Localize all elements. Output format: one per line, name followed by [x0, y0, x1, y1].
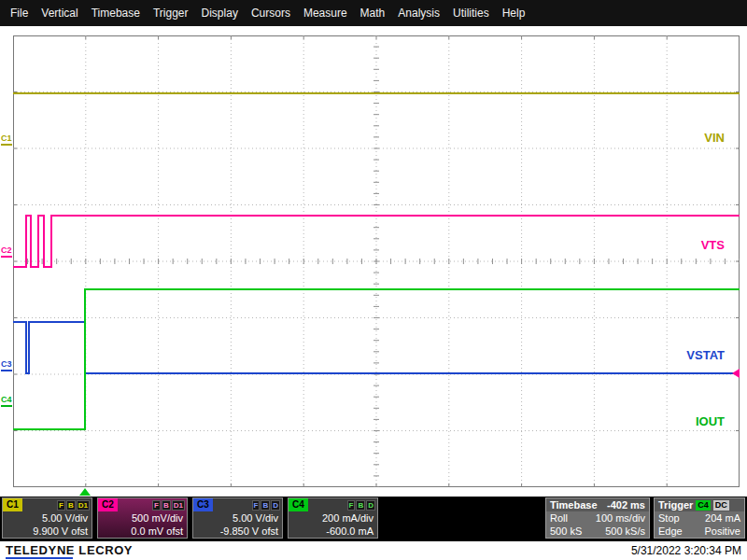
brand-accent-line: [6, 557, 73, 559]
c1-offset: 9.900 V ofst: [3, 525, 92, 538]
timebase-samples: 500 kS: [550, 525, 582, 538]
badge-f: F: [152, 500, 161, 511]
badge-d1: D1: [172, 500, 185, 511]
trace-label-vstat: VSTAT: [686, 348, 725, 362]
badge-b: B: [261, 500, 270, 511]
oscilloscope-screen: File Vertical Timebase Trigger Display C…: [0, 0, 747, 560]
c3-badges: F B D: [252, 500, 280, 511]
trace-label-vin: VIN: [704, 131, 725, 145]
badge-b: B: [66, 500, 76, 511]
c3-scale: 5.00 V/div: [193, 511, 282, 525]
badge-b: B: [356, 500, 365, 511]
timebase-scale: 100 ms/div: [596, 511, 645, 525]
badge-f: F: [57, 500, 65, 511]
menu-math[interactable]: Math: [354, 0, 392, 26]
badge-b: B: [162, 500, 171, 511]
timebase-title: Timebase: [550, 498, 598, 511]
c2-offset-marker[interactable]: C2: [1, 246, 12, 258]
graticule: [13, 35, 740, 487]
trigger-level-marker[interactable]: [732, 369, 740, 378]
c2-descriptor[interactable]: C2 F B D1 500 mV/div 0.0 mV ofst: [97, 497, 188, 539]
c4-label: C4: [289, 498, 308, 511]
menu-utilities[interactable]: Utilities: [446, 0, 496, 26]
brand-logo: TELEDYNE LECROY: [6, 543, 133, 557]
datetime-display: 5/31/2022 3:20:34 PM: [631, 544, 741, 557]
badge-f: F: [252, 500, 261, 511]
trigger-position-marker[interactable]: [79, 488, 91, 496]
waveform-display: C1 C2 C3 C4 VIN VTS VSTAT IOUT: [0, 26, 747, 497]
c4-offset: -600.0 mA: [289, 525, 377, 538]
menu-measure[interactable]: Measure: [297, 0, 354, 26]
menu-analysis[interactable]: Analysis: [391, 0, 446, 26]
timebase-descriptor[interactable]: Timebase -402 ms Roll 100 ms/div 500 kS …: [545, 497, 650, 539]
c3-descriptor[interactable]: C3 F B D 5.00 V/div -9.850 V ofst: [192, 497, 283, 539]
c1-badges: F B D1: [57, 500, 90, 511]
timebase-rate: 500 kS/s: [605, 525, 645, 538]
trigger-coupling-badge: DC: [713, 500, 729, 511]
trigger-source-badge: C4: [696, 500, 711, 511]
badge-d1: D1: [77, 500, 90, 511]
menu-file[interactable]: File: [4, 0, 35, 26]
menu-display[interactable]: Display: [195, 0, 245, 26]
badge-f: F: [347, 500, 356, 511]
c2-badges: F B D1: [152, 500, 185, 511]
c2-label: C2: [98, 498, 118, 511]
menu-help[interactable]: Help: [496, 0, 532, 26]
c3-offset: -9.850 V ofst: [193, 525, 282, 538]
trace-label-vts: VTS: [701, 238, 725, 252]
c4-descriptor[interactable]: C4 F B D 200 mA/div -600.0 mA: [288, 497, 378, 539]
c4-badges: F B D: [347, 500, 375, 511]
status-bar: C1 F B D1 5.00 V/div 9.900 V ofst C2 F B…: [0, 497, 747, 541]
timebase-mode: Roll: [550, 511, 568, 525]
footer-bar: TELEDYNE LECROY 5/31/2022 3:20:34 PM: [0, 541, 747, 560]
c4-scale: 200 mA/div: [289, 511, 377, 525]
c2-scale: 500 mV/div: [98, 511, 187, 525]
trigger-title: Trigger: [658, 498, 693, 511]
c1-descriptor[interactable]: C1 F B D1 5.00 V/div 9.900 V ofst: [2, 497, 92, 539]
menu-bar: File Vertical Timebase Trigger Display C…: [0, 0, 747, 26]
c2-offset: 0.0 mV ofst: [98, 525, 187, 538]
badge-d: D: [366, 500, 375, 511]
c1-scale: 5.00 V/div: [3, 511, 92, 525]
trace-label-iout: IOUT: [696, 414, 725, 428]
menu-cursors[interactable]: Cursors: [245, 0, 297, 26]
trigger-level: 204 mA: [705, 511, 740, 525]
trigger-mode: Stop: [658, 511, 680, 525]
c4-offset-marker[interactable]: C4: [1, 396, 12, 407]
trigger-descriptor[interactable]: Trigger C4 DC Stop 204 mA Edge Positive: [654, 497, 745, 539]
c3-label: C3: [193, 498, 213, 511]
c1-offset-marker[interactable]: C1: [1, 134, 12, 146]
c1-label: C1: [3, 498, 22, 511]
timebase-delay: -402 ms: [607, 498, 645, 511]
menu-trigger[interactable]: Trigger: [147, 0, 195, 26]
trigger-type: Edge: [658, 525, 683, 538]
menu-vertical[interactable]: Vertical: [35, 0, 84, 26]
menu-timebase[interactable]: Timebase: [85, 0, 147, 26]
trigger-slope: Positive: [704, 525, 740, 538]
c3-offset-marker[interactable]: C3: [1, 360, 12, 371]
badge-d: D: [271, 500, 280, 511]
